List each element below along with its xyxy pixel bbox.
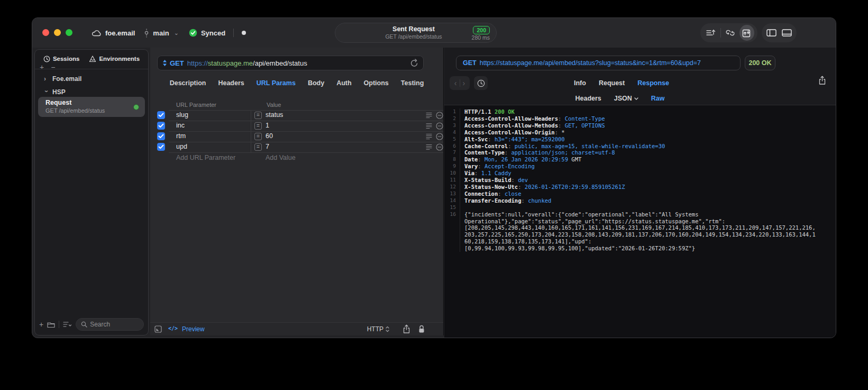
code-segment: 200 OK — [495, 108, 515, 115]
request-url-bar[interactable]: GET https://statuspage.me/api/embed/stat… — [157, 56, 424, 70]
param-value[interactable]: status — [266, 111, 283, 119]
remove-row-icon[interactable] — [436, 122, 443, 130]
add-url-parameter-placeholder[interactable]: Add URL Parameter — [176, 154, 235, 161]
add-param-row[interactable]: Add URL ParameterAdd Value — [150, 152, 443, 163]
line-content: Alt-Svc: h3=":443"; ma=2592000 — [460, 136, 565, 143]
line-content: X-Status-Build: dev — [460, 177, 528, 184]
branch-chevron-down-icon[interactable]: ⌄ — [174, 30, 179, 37]
cloud-icon — [92, 29, 102, 37]
share-icon[interactable] — [403, 324, 410, 334]
param-checkbox[interactable] — [157, 122, 165, 130]
column-value: Value — [267, 102, 281, 108]
request-tab-url-params[interactable]: URL Params — [257, 79, 296, 90]
toggle-sidebar-icon[interactable] — [765, 25, 778, 41]
code-segment: Cache-Control — [464, 143, 508, 149]
request-status-pill[interactable]: Sent Request GET /api/embed/status 200 2… — [335, 23, 497, 43]
search-input[interactable]: Search — [76, 318, 144, 331]
remove-row-icon[interactable] — [436, 133, 443, 140]
export-lines-icon[interactable] — [703, 25, 718, 41]
request-tab-auth[interactable]: Auth — [336, 79, 351, 90]
row-text-lines-icon[interactable] — [426, 133, 432, 140]
response-url-pill[interactable]: GET https://statuspage.me/api/embed/stat… — [456, 56, 741, 70]
row-text-lines-icon[interactable] — [426, 144, 432, 150]
remove-row-icon[interactable] — [436, 112, 443, 119]
resend-refresh-icon[interactable] — [410, 59, 418, 68]
sort-list-icon[interactable] — [63, 321, 72, 328]
line-number: 4 — [444, 129, 460, 136]
toggle-bottom-panel-icon[interactable] — [780, 25, 793, 41]
param-value[interactable]: 60 — [266, 132, 273, 140]
row-separator — [169, 121, 443, 121]
code-segment: : — [555, 129, 562, 135]
response-tab-request[interactable]: Request — [599, 78, 625, 88]
add-value-placeholder[interactable]: Add Value — [266, 154, 296, 161]
response-raw-view[interactable]: 1HTTP/1.1 200 OK2Access-Control-Allow-He… — [444, 105, 836, 338]
loop-sync-icon[interactable] — [723, 25, 738, 41]
response-subtab-headers[interactable]: Headers — [575, 94, 601, 103]
request-tab-testing[interactable]: Testing — [401, 79, 424, 90]
request-tab-description[interactable]: Description — [170, 79, 206, 90]
param-name[interactable]: slug — [176, 111, 188, 119]
code-segment: 2026-01-26T20:29:59.859105261Z — [525, 184, 625, 190]
response-subtab-json[interactable]: JSON — [614, 94, 638, 103]
param-value[interactable]: 7 — [266, 143, 269, 150]
row-text-lines-icon[interactable] — [426, 112, 432, 119]
request-tab-headers[interactable]: Headers — [218, 79, 244, 90]
sidebar-request-item-selected[interactable]: Request GET /api/embed/status — [38, 97, 145, 117]
response-tab-response[interactable]: Response — [637, 78, 669, 88]
param-name[interactable]: rtm — [176, 132, 186, 140]
param-checkbox[interactable] — [157, 111, 165, 119]
code-segment: : — [558, 115, 565, 122]
export-response-icon[interactable] — [818, 76, 826, 85]
lock-icon[interactable] — [418, 324, 425, 334]
code-segment: : — [518, 184, 525, 190]
response-tab-info[interactable]: Info — [574, 78, 586, 88]
code-segment: Content-Type — [565, 115, 605, 122]
request-item-subtitle: GET /api/embed/status — [45, 107, 105, 114]
equals-icon: = — [254, 143, 262, 151]
request-tab-body[interactable]: Body — [308, 79, 324, 90]
request-pane-footer: </> Preview HTTP — [150, 322, 443, 335]
minimize-window-button[interactable] — [54, 29, 61, 36]
expand-console-icon[interactable] — [154, 325, 162, 333]
preview-button[interactable]: Preview — [182, 325, 205, 333]
chevron-right-icon[interactable]: › — [44, 75, 49, 83]
code-segment: dev — [518, 177, 528, 183]
tree-item-foe-email[interactable]: › Foe.email — [35, 73, 148, 85]
response-line: 9Vary: Accept-Encoding — [444, 163, 836, 170]
remove-row-icon[interactable] — [436, 143, 443, 151]
project-name[interactable]: foe.email — [105, 29, 135, 37]
code-segment: Vary — [464, 163, 478, 169]
code-segment: * — [561, 129, 564, 135]
protocol-selector[interactable]: HTTP — [367, 325, 389, 333]
row-text-lines-icon[interactable] — [426, 123, 432, 129]
request-method[interactable]: GET — [170, 59, 184, 67]
close-window-button[interactable] — [42, 29, 49, 36]
line-content: Vary: Accept-Encoding — [460, 163, 535, 170]
add-session-icon[interactable]: + — [40, 63, 44, 71]
sidebar-bottom-divider — [59, 321, 59, 328]
add-request-icon[interactable]: + — [39, 320, 43, 329]
response-line: 4Access-Control-Allow-Origin: * — [444, 129, 836, 136]
new-folder-icon[interactable] — [47, 321, 55, 328]
response-subtab-raw[interactable]: Raw — [651, 94, 665, 103]
tree-item-hsp[interactable]: › HSP — [35, 86, 148, 98]
branch-name[interactable]: main — [153, 29, 169, 37]
chevron-down-icon[interactable]: › — [43, 90, 50, 95]
param-value[interactable]: 1 — [266, 122, 269, 129]
param-name[interactable]: inc — [176, 122, 185, 129]
param-name[interactable]: upd — [176, 143, 187, 150]
zoom-window-button[interactable] — [66, 29, 72, 36]
tab-environments[interactable]: Environments — [89, 52, 140, 65]
response-tabs: InfoRequestResponse — [426, 78, 817, 88]
request-url[interactable]: https://statuspage.me/api/embed/status — [187, 59, 307, 67]
method-dropdown-icon[interactable] — [163, 60, 167, 66]
param-checkbox[interactable] — [157, 143, 165, 151]
line-number: 15 — [444, 204, 460, 211]
send-receive-icon[interactable] — [739, 25, 754, 41]
param-checkbox[interactable] — [157, 132, 165, 140]
code-segment: GET, OPTIONS — [565, 122, 605, 129]
request-tab-options[interactable]: Options — [364, 79, 389, 90]
remove-session-icon[interactable]: − — [51, 63, 55, 71]
protocol-label: HTTP — [367, 325, 383, 333]
